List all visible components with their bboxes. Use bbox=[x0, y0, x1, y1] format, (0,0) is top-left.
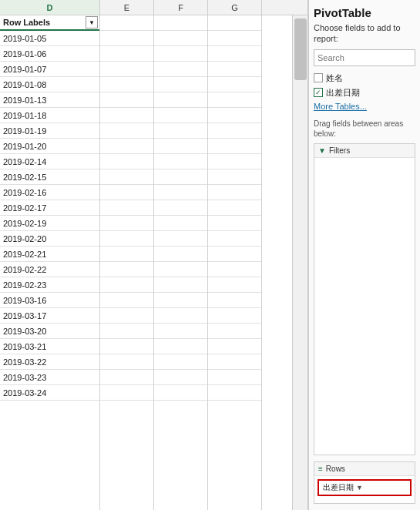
col-header-f: F bbox=[154, 0, 208, 15]
table-row bbox=[100, 77, 153, 92]
table-row: 2019-01-19 bbox=[0, 123, 99, 139]
row-chip-date[interactable]: 出差日期 ▼ bbox=[318, 479, 412, 496]
table-row bbox=[100, 108, 153, 123]
row-labels-text: Row Labels bbox=[3, 18, 50, 27]
table-row bbox=[208, 247, 261, 262]
col-header-d: D bbox=[0, 0, 100, 15]
table-row: 2019-02-22 bbox=[0, 262, 99, 277]
table-row: 2019-03-16 bbox=[0, 293, 99, 308]
table-row bbox=[100, 293, 153, 308]
table-area: Row Labels ▼ 2019-01-052019-01-062019-01… bbox=[0, 15, 307, 510]
table-row: 2019-02-17 bbox=[0, 200, 99, 216]
table-row bbox=[208, 385, 261, 401]
table-row bbox=[100, 231, 153, 247]
table-row bbox=[208, 308, 261, 324]
table-row bbox=[208, 370, 261, 385]
table-row: 2019-01-20 bbox=[0, 139, 99, 154]
column-headers: D E F G bbox=[0, 0, 307, 15]
table-row: 2019-03-23 bbox=[0, 370, 99, 385]
table-row bbox=[100, 62, 153, 77]
more-tables-link[interactable]: More Tables... bbox=[314, 102, 415, 111]
table-row bbox=[100, 247, 153, 262]
table-row: 2019-02-19 bbox=[0, 216, 99, 231]
table-row bbox=[154, 293, 207, 308]
table-row bbox=[208, 169, 261, 185]
table-row bbox=[154, 139, 207, 154]
table-row bbox=[100, 185, 153, 200]
field-checkbox-name[interactable] bbox=[314, 73, 323, 82]
table-row bbox=[208, 262, 261, 277]
table-row bbox=[154, 324, 207, 339]
field-item-date: 出差日期 bbox=[314, 87, 415, 99]
table-row bbox=[154, 62, 207, 77]
table-row bbox=[100, 169, 153, 185]
table-row bbox=[154, 231, 207, 247]
col-g-header bbox=[208, 15, 261, 31]
rows-header: ≡ Rows bbox=[314, 462, 415, 476]
table-row bbox=[208, 77, 261, 92]
table-row bbox=[100, 370, 153, 385]
grid: Row Labels ▼ 2019-01-052019-01-062019-01… bbox=[0, 15, 292, 510]
table-row bbox=[154, 247, 207, 262]
table-row: 2019-02-16 bbox=[0, 185, 99, 200]
col-e bbox=[100, 15, 154, 510]
table-row bbox=[208, 31, 261, 46]
table-row: 2019-01-07 bbox=[0, 62, 99, 77]
table-row: 2019-02-21 bbox=[0, 247, 99, 262]
table-row bbox=[154, 262, 207, 277]
table-row bbox=[100, 200, 153, 216]
drag-section: Drag fields between areas below: ▼ Filte… bbox=[314, 119, 415, 504]
field-label-name: 姓名 bbox=[326, 72, 343, 84]
table-row: 2019-03-20 bbox=[0, 324, 99, 339]
data-column-e bbox=[100, 31, 153, 401]
pivot-panel: PivotTable Choose fields to add to repor… bbox=[308, 0, 420, 510]
table-row bbox=[208, 62, 261, 77]
search-input[interactable] bbox=[314, 49, 415, 66]
spreadsheet: D E F G Row Labels ▼ 2019-01-052019-01-0… bbox=[0, 0, 308, 510]
table-row bbox=[208, 277, 261, 293]
row-labels-dropdown[interactable]: ▼ bbox=[86, 16, 98, 29]
table-row bbox=[208, 231, 261, 247]
table-row bbox=[208, 154, 261, 169]
table-row bbox=[154, 385, 207, 401]
table-row bbox=[100, 277, 153, 293]
pivot-title: PivotTable bbox=[314, 6, 415, 19]
col-header-scroll bbox=[262, 0, 277, 15]
table-row bbox=[154, 77, 207, 92]
table-row: 2019-01-05 bbox=[0, 31, 99, 46]
table-row bbox=[208, 139, 261, 154]
vertical-scrollbar[interactable] bbox=[292, 15, 307, 510]
rows-icon: ≡ bbox=[318, 465, 323, 473]
table-row bbox=[208, 339, 261, 354]
table-row bbox=[100, 46, 153, 62]
col-f-header bbox=[154, 15, 207, 31]
field-label-date: 出差日期 bbox=[326, 87, 360, 99]
table-row: 2019-03-22 bbox=[0, 354, 99, 370]
table-row bbox=[208, 46, 261, 62]
rows-area: ≡ Rows 出差日期 ▼ bbox=[314, 461, 415, 504]
table-row: 2019-02-23 bbox=[0, 277, 99, 293]
table-row bbox=[100, 308, 153, 324]
table-row bbox=[100, 339, 153, 354]
col-d: Row Labels ▼ 2019-01-052019-01-062019-01… bbox=[0, 15, 100, 510]
table-row: 2019-01-06 bbox=[0, 46, 99, 62]
table-row bbox=[154, 123, 207, 139]
table-row bbox=[100, 262, 153, 277]
table-row bbox=[154, 216, 207, 231]
row-labels-header[interactable]: Row Labels ▼ bbox=[0, 15, 99, 31]
field-checkbox-date[interactable] bbox=[314, 88, 323, 97]
chip-dropdown-icon: ▼ bbox=[356, 484, 363, 492]
filters-header: ▼ Filters bbox=[314, 144, 415, 158]
filters-label: Filters bbox=[329, 146, 350, 155]
table-row bbox=[154, 370, 207, 385]
table-row bbox=[100, 123, 153, 139]
table-row: 2019-03-17 bbox=[0, 308, 99, 324]
scrollbar-thumb[interactable] bbox=[294, 18, 307, 80]
table-row bbox=[154, 31, 207, 46]
table-row bbox=[154, 154, 207, 169]
field-item-name: 姓名 bbox=[314, 72, 415, 84]
pivot-subtitle: Choose fields to add to report: bbox=[314, 22, 415, 45]
table-row bbox=[208, 354, 261, 370]
table-row bbox=[208, 185, 261, 200]
table-row bbox=[154, 92, 207, 108]
